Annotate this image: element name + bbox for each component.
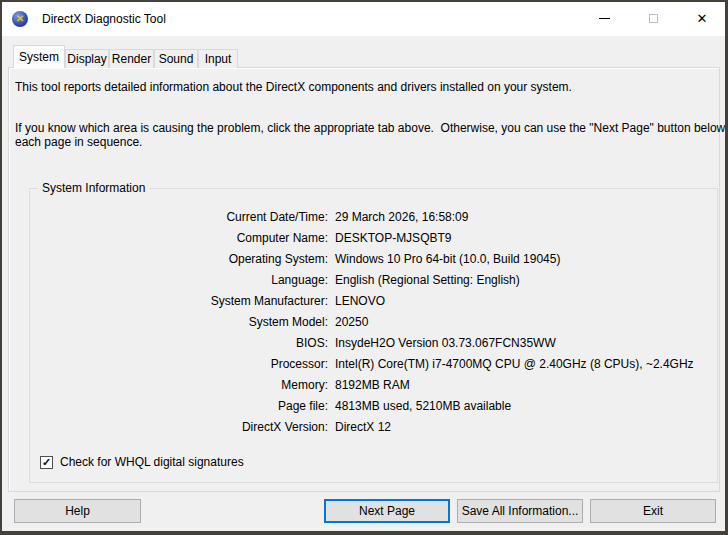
info-label: System Model: [30,312,328,333]
intro-paragraph-2: If you know which area is causing the pr… [15,121,728,149]
whql-checkbox[interactable]: ✓ Check for WHQL digital signatures [40,455,244,469]
directx-icon-glyph: ✕ [16,14,24,24]
next-page-button[interactable]: Next Page [324,499,450,523]
info-label: Current Date/Time: [30,207,328,228]
system-information-group: System Information Current Date/Time: 29… [29,188,718,483]
info-row: System Manufacturer: LENOVO [30,291,717,312]
minimize-button[interactable] [581,2,627,35]
info-value: 20250 [335,312,368,333]
info-value: 29 March 2026, 16:58:09 [335,207,468,228]
close-icon: ✕ [697,12,708,25]
tab-label: System [19,50,59,64]
tab-system[interactable]: System [13,45,65,68]
info-value: Intel(R) Core(TM) i7-4700MQ CPU @ 2.40GH… [335,354,694,375]
info-value: InsydeH2O Version 03.73.067FCN35WW [335,333,556,354]
intro-paragraph-2-line2: each page in sequence. [15,135,728,149]
info-row: Language: English (Regional Setting: Eng… [30,270,717,291]
info-value: 4813MB used, 5210MB available [335,396,511,417]
intro-paragraph-1: This tool reports detailed information a… [15,80,572,94]
check-glyph: ✓ [42,457,51,468]
info-rows: Current Date/Time: 29 March 2026, 16:58:… [30,207,717,438]
tab-label: Display [67,52,106,66]
info-label: Processor: [30,354,328,375]
tab-render[interactable]: Render [109,49,154,68]
exit-button[interactable]: Exit [590,499,716,523]
info-value: Windows 10 Pro 64-bit (10.0, Build 19045… [335,249,560,270]
info-row: BIOS: InsydeH2O Version 03.73.067FCN35WW [30,333,717,354]
info-row: System Model: 20250 [30,312,717,333]
info-label: Page file: [30,396,328,417]
info-label: Memory: [30,375,328,396]
info-label: BIOS: [30,333,328,354]
tab-label: Render [112,52,151,66]
tab-display[interactable]: Display [65,49,109,68]
info-row: Current Date/Time: 29 March 2026, 16:58:… [30,207,717,228]
save-all-information-button[interactable]: Save All Information... [457,499,583,523]
info-row: Page file: 4813MB used, 5210MB available [30,396,717,417]
intro-paragraph-2-line1: If you know which area is causing the pr… [15,121,728,135]
maximize-button [630,2,676,35]
titlebar: ✕ DirectX Diagnostic Tool ✕ [2,2,725,36]
info-value: DESKTOP-MJSQBT9 [335,228,451,249]
info-label: Operating System: [30,249,328,270]
group-title: System Information [38,181,149,195]
info-row: Computer Name: DESKTOP-MJSQBT9 [30,228,717,249]
window-title: DirectX Diagnostic Tool [42,12,166,26]
info-label: Computer Name: [30,228,328,249]
info-value: English (Regional Setting: English) [335,270,520,291]
checkbox-check-icon: ✓ [40,456,53,469]
info-label: DirectX Version: [30,417,328,438]
tab-input[interactable]: Input [198,49,238,68]
info-row: Memory: 8192MB RAM [30,375,717,396]
whql-checkbox-label: Check for WHQL digital signatures [60,455,244,469]
info-row: Operating System: Windows 10 Pro 64-bit … [30,249,717,270]
dxdiag-window: ✕ DirectX Diagnostic Tool ✕ System Displ… [0,0,728,535]
help-button[interactable]: Help [14,499,141,523]
tab-label: Sound [159,52,194,66]
maximize-icon [649,14,658,23]
minimize-icon [599,18,610,19]
directx-icon: ✕ [12,11,28,27]
info-value: LENOVO [335,291,385,312]
tab-label: Input [205,52,232,66]
info-row: DirectX Version: DirectX 12 [30,417,717,438]
info-value: 8192MB RAM [335,375,410,396]
info-value: DirectX 12 [335,417,391,438]
close-button[interactable]: ✕ [679,2,725,35]
info-label: Language: [30,270,328,291]
tab-sound[interactable]: Sound [154,49,198,68]
info-label: System Manufacturer: [30,291,328,312]
info-row: Processor: Intel(R) Core(TM) i7-4700MQ C… [30,354,717,375]
